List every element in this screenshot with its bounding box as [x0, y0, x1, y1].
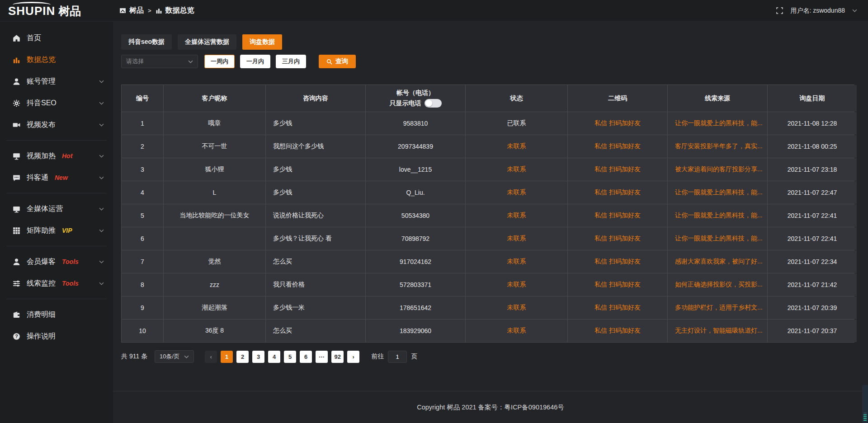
cell-source-link[interactable]: 让你一眼就爱上的黑科技，能...: [668, 204, 767, 227]
cell-qrcode-link[interactable]: 私信 扫码加好友: [568, 273, 667, 296]
next-page-button[interactable]: ›: [347, 351, 359, 363]
page-button-5[interactable]: 5: [284, 351, 296, 363]
tab-1[interactable]: 抖音seo数据: [121, 34, 172, 50]
page-button-6[interactable]: 6: [300, 351, 312, 363]
filter-select[interactable]: 请选择: [121, 55, 198, 68]
previous-page-button[interactable]: ‹: [205, 351, 217, 363]
page-size-select[interactable]: 10条/页: [155, 350, 194, 363]
range-button-3[interactable]: 三月内: [276, 55, 306, 68]
cell-qrcode-link[interactable]: 私信 扫码加好友: [568, 135, 667, 158]
cell-content: 我想问这个多少钱: [266, 135, 365, 158]
cell-qrcode-link[interactable]: 私信 扫码加好友: [568, 158, 667, 181]
cell-source-link[interactable]: 如何正确选择投影仪，买投影...: [668, 273, 767, 296]
cell-status: 未联系: [466, 227, 567, 250]
cell-source-link[interactable]: 客厅安装投影半年多了，真实...: [668, 135, 767, 158]
sidebar-item-3[interactable]: 账号管理: [0, 70, 113, 92]
sidebar-item-13[interactable]: ?操作说明: [0, 325, 113, 347]
fullscreen-icon[interactable]: [776, 7, 783, 14]
topbar-right: 用户名: zswodun88: [776, 7, 868, 15]
cell-source-link[interactable]: 多功能护栏灯，适用于乡村文...: [668, 296, 767, 319]
page-button-2[interactable]: 2: [236, 351, 249, 363]
column-header: 二维码: [568, 85, 667, 112]
range-button-1[interactable]: 一周内: [204, 55, 235, 68]
cell-content: 怎么买: [266, 250, 365, 273]
chevron-down-icon: [99, 176, 104, 179]
sidebar-item-badge: New: [55, 174, 68, 181]
sidebar-item-2[interactable]: 数据总览: [0, 49, 113, 70]
breadcrumb-current-icon: [156, 7, 162, 14]
chevron-down-icon: [99, 207, 104, 211]
sidebar-item-1[interactable]: 首页: [0, 27, 113, 49]
cell-status: 未联系: [466, 204, 567, 227]
sidebar-item-4[interactable]: 抖音SEO: [0, 92, 113, 114]
cell-source-link[interactable]: 让你一眼就爱上的黑科技，能...: [668, 227, 767, 250]
tab-2[interactable]: 全媒体运营数据: [178, 34, 236, 50]
heat-icon: [13, 152, 20, 160]
cell-qrcode-link[interactable]: 私信 扫码加好友: [568, 181, 667, 204]
cell-qrcode-link[interactable]: 私信 扫码加好友: [568, 296, 667, 319]
chevron-down-icon: [99, 260, 104, 263]
chart-icon: [13, 56, 20, 64]
user-menu-chevron-icon[interactable]: [852, 9, 857, 12]
cell-id: 3: [122, 158, 163, 181]
username-label[interactable]: 用户名: zswodun88: [790, 7, 845, 15]
cell-id: 2: [122, 135, 163, 158]
sidebar-item-11[interactable]: 线索监控Tools: [0, 273, 113, 294]
cell-qrcode-link[interactable]: 私信 扫码加好友: [568, 227, 667, 250]
range-button-2[interactable]: 一月内: [240, 55, 270, 68]
floating-widget[interactable]: [862, 385, 868, 423]
video-icon: [13, 121, 20, 129]
phone-only-toggle[interactable]: [425, 99, 442, 108]
sidebar-item-7[interactable]: 抖客通New: [0, 167, 113, 188]
sidebar-item-10[interactable]: 会员爆客Tools: [0, 251, 113, 273]
tab-3[interactable]: 询盘数据: [242, 34, 282, 50]
breadcrumb-root[interactable]: 树品: [129, 6, 144, 15]
chevron-down-icon: [99, 155, 104, 158]
cell-qrcode-link[interactable]: 私信 扫码加好友: [568, 112, 667, 135]
cell-id: 1: [122, 112, 163, 135]
column-header: 客户昵称: [164, 85, 265, 112]
cell-qrcode-link[interactable]: 私信 扫码加好友: [568, 204, 667, 227]
cell-date: 2021-11-07 22:41: [768, 204, 857, 227]
query-button[interactable]: 查询: [319, 55, 356, 68]
sidebar-divider: [6, 193, 107, 193]
page-button-3[interactable]: 3: [252, 351, 264, 363]
chat-icon: [13, 174, 20, 182]
cell-account: 50534380: [366, 204, 465, 227]
sidebar-item-badge: Tools: [62, 280, 79, 287]
cell-source-link[interactable]: 无主灯设计，智能磁吸轨道灯...: [668, 320, 767, 342]
sidebar-item-9[interactable]: 矩阵助推VIP: [0, 220, 113, 241]
gear-icon: [13, 99, 20, 107]
account-header-label: 帐号（电话）: [396, 89, 434, 97]
phone-toggle-label: 只显示电话: [390, 99, 421, 108]
cell-source-link[interactable]: 感谢大家喜欢我家，被问了好...: [668, 250, 767, 273]
page-button-1[interactable]: 1: [221, 351, 233, 363]
cell-qrcode-link[interactable]: 私信 扫码加好友: [568, 320, 667, 342]
grid-icon: [13, 227, 20, 235]
cell-nickname: 36度 8: [164, 320, 265, 342]
cell-source-link[interactable]: 被大家追着问的客厅投影分享...: [668, 158, 767, 181]
goto-page-input[interactable]: [388, 351, 407, 363]
cell-source-link[interactable]: 让你一眼就爱上的黑科技，能...: [668, 112, 767, 135]
sidebar-item-5[interactable]: 视频发布: [0, 114, 113, 136]
cell-qrcode-link[interactable]: 私信 扫码加好友: [568, 250, 667, 273]
column-header: 咨询内容: [266, 85, 365, 112]
footer: Copyright 树品 2021 备案号：粤ICP备09019646号: [113, 391, 868, 423]
filter-select-placeholder: 请选择: [126, 57, 144, 66]
cell-source-link[interactable]: 让你一眼就爱上的黑科技，能...: [668, 181, 767, 204]
page-button-92[interactable]: 92: [331, 351, 344, 363]
sidebar-item-6[interactable]: 视频加热Hot: [0, 145, 113, 167]
date-range-buttons: 一周内一月内三月内: [204, 55, 306, 68]
sidebar-item-12[interactable]: 消费明细: [0, 304, 113, 325]
sidebar-item-8[interactable]: 全媒体运营: [0, 198, 113, 220]
page-ellipsis-button[interactable]: ···: [316, 351, 328, 363]
chevron-down-icon: [99, 102, 104, 105]
cell-id: 7: [122, 250, 163, 273]
sidebar-item-label: 矩阵助推: [27, 226, 56, 235]
breadcrumb-root-icon: [119, 7, 126, 14]
page-button-4[interactable]: 4: [268, 351, 280, 363]
cell-id: 5: [122, 204, 163, 227]
cell-date: 2021-11-07 20:37: [768, 320, 857, 342]
column-header-account: 帐号（电话）只显示电话: [366, 85, 465, 112]
cell-date: 2021-11-07 23:18: [768, 158, 857, 181]
